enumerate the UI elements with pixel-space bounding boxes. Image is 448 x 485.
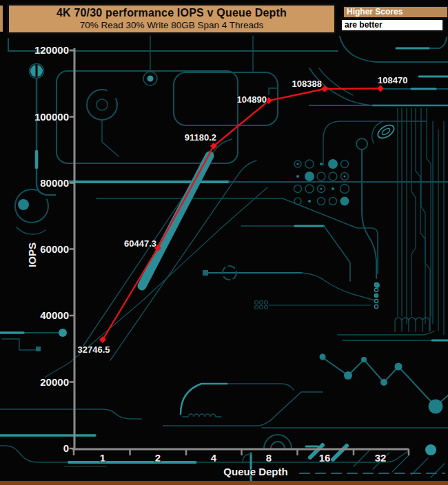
x-tick-label: 8 — [266, 452, 272, 464]
y-tick-label: 60000 — [40, 243, 69, 255]
y-axis-title: IOPS — [26, 242, 38, 267]
legend-higher-scores: Higher Scores — [343, 6, 448, 19]
y-tick-label: 100000 — [34, 111, 69, 123]
series-line — [103, 89, 380, 340]
chart-screenshot: 120000 100000 80000 60000 40000 20000 0 … — [0, 0, 448, 485]
header-left-sliver — [0, 6, 3, 32]
x-axis-title: Queue Depth — [223, 466, 287, 477]
circuit-chart-canvas: 120000 100000 80000 60000 40000 20000 0 … — [0, 0, 448, 485]
x-tick-label: 2 — [155, 452, 161, 464]
x-tick-label: 1 — [100, 452, 105, 464]
bottom-strip — [0, 481, 448, 485]
y-tick-label: 40000 — [40, 309, 69, 321]
page-title: 4K 70/30 performance IOPS v Queue Depth — [9, 7, 334, 19]
page-subtitle: 70% Read 30% Write 80GB Span 4 Threads — [9, 20, 334, 30]
y-tick-label: 80000 — [40, 177, 69, 189]
x-tick-label: 4 — [211, 452, 217, 464]
x-tick-label: 32 — [375, 452, 387, 464]
data-point-label: 108388 — [292, 79, 322, 89]
axis-text: 120000 100000 80000 60000 40000 20000 0 … — [26, 44, 386, 477]
data-point-marker — [321, 85, 328, 92]
data-point-marker — [377, 85, 384, 92]
legend-are-better: are better — [340, 19, 444, 32]
iops-series — [99, 85, 384, 344]
circuit-board-background — [0, 36, 448, 485]
chart-title-banner: 4K 70/30 performance IOPS v Queue Depth … — [7, 3, 336, 34]
x-tick-label: 16 — [319, 452, 331, 464]
data-point-label: 108470 — [378, 75, 407, 85]
data-point-label: 104890 — [237, 94, 267, 105]
data-point-label: 91180.2 — [185, 132, 216, 143]
data-point-label: 32746.5 — [78, 344, 110, 355]
point-labels: 32746.5 60447.3 91180.2 104890 108388 10… — [78, 75, 408, 355]
y-tick-label: 120000 — [34, 44, 69, 56]
y-tick-label: 0 — [63, 442, 69, 454]
data-point-label: 60447.3 — [124, 238, 156, 249]
data-point-marker — [99, 336, 106, 343]
y-tick-label: 20000 — [40, 376, 69, 388]
